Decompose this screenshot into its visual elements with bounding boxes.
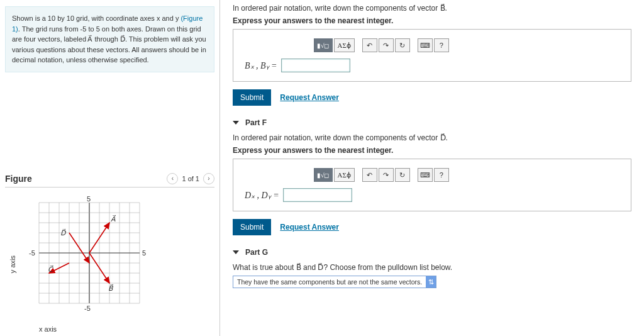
prev-figure-button[interactable]: ‹ [167, 173, 178, 184]
part-g-question: What is true about B⃗ and D⃗? Choose fro… [233, 263, 631, 272]
part-e-toolbar: ▮√◻ ΑΣϕ ↶ ↷ ↻ ⌨ ? [314, 38, 619, 52]
part-f-title: Part F [245, 118, 267, 127]
part-g-dropdown[interactable]: They have the same components but are no… [233, 276, 436, 288]
y-axis-label: y axis [9, 255, 16, 273]
tick-5-right: 5 [142, 249, 146, 257]
vector-d-label: D⃗ [60, 228, 67, 236]
redo-button[interactable]: ↷ [379, 168, 394, 182]
right-pane: In ordered pair notation, write down the… [220, 0, 644, 336]
dropdown-arrow-icon: ⇅ [426, 276, 436, 288]
tick-neg5-left: -5 [29, 249, 35, 257]
part-e-submit-button[interactable]: Submit [233, 89, 271, 106]
undo-button[interactable]: ↶ [362, 168, 377, 182]
part-e-request-answer-link[interactable]: Request Answer [280, 93, 339, 102]
part-e-question: In ordered pair notation, write down the… [233, 4, 631, 13]
part-f-toolbar: ▮√◻ ΑΣϕ ↶ ↷ ↻ ⌨ ? [314, 168, 619, 182]
tick-5-top: 5 [87, 196, 91, 203]
next-figure-button[interactable]: › [203, 173, 214, 184]
vector-b-label: B⃗ [108, 283, 114, 291]
part-f-submit-button[interactable]: Submit [233, 219, 271, 235]
keyboard-button[interactable]: ⌨ [418, 168, 433, 182]
part-f-answer-box: ▮√◻ ΑΣϕ ↶ ↷ ↻ ⌨ ? Dₓ , Dᵧ = [233, 159, 631, 211]
figure-pager: ‹ 1 of 1 › [167, 173, 214, 184]
part-e-var-label: Bₓ , Bᵧ = [245, 60, 277, 71]
part-g-header[interactable]: Part G [233, 248, 631, 257]
left-pane: Shown is a 10 by 10 grid, with coordinat… [0, 0, 220, 336]
tick-neg5-bottom: -5 [84, 305, 91, 312]
x-axis-label: x axis [39, 325, 146, 333]
undo-button[interactable]: ↶ [362, 38, 377, 52]
vector-a-label: A⃗ [111, 214, 116, 222]
part-g-selected-option: They have the same components but are no… [233, 276, 426, 288]
figure-header: Figure ‹ 1 of 1 › [5, 173, 214, 188]
part-f-header[interactable]: Part F [233, 118, 631, 127]
part-f-answer-input[interactable] [283, 188, 352, 202]
part-f-question: In ordered pair notation, write down the… [233, 133, 631, 142]
help-button[interactable]: ? [434, 168, 449, 182]
greek-button[interactable]: ΑΣϕ [334, 38, 355, 52]
figure-title: Figure [5, 174, 32, 184]
caret-down-icon [233, 121, 239, 125]
redo-button[interactable]: ↷ [379, 38, 394, 52]
help-button[interactable]: ? [434, 38, 449, 52]
templates-button[interactable]: ▮√◻ [314, 168, 333, 182]
part-f-instruction: Express your answers to the nearest inte… [233, 146, 631, 155]
keyboard-button[interactable]: ⌨ [418, 38, 433, 52]
templates-button[interactable]: ▮√◻ [314, 38, 333, 52]
intro-text-2: . The grid runs from -5 to 5 on both axe… [12, 25, 206, 64]
greek-button[interactable]: ΑΣϕ [334, 168, 355, 182]
reset-button[interactable]: ↻ [395, 168, 410, 182]
part-f-var-label: Dₓ , Dᵧ = [245, 190, 279, 201]
vector-c-label: C⃗ [48, 264, 53, 272]
reset-button[interactable]: ↻ [395, 38, 410, 52]
intro-text-1: Shown is a 10 by 10 grid, with coordinat… [12, 14, 179, 22]
problem-intro: Shown is a 10 by 10 grid, with coordinat… [5, 6, 214, 72]
part-e-answer-box: ▮√◻ ΑΣϕ ↶ ↷ ↻ ⌨ ? Bₓ , Bᵧ = [233, 29, 631, 82]
caret-down-icon [233, 250, 239, 254]
part-f-request-answer-link[interactable]: Request Answer [280, 223, 339, 232]
vector-grid-svg: 5 5 -5 -5 A⃗ B⃗ C⃗ [20, 196, 146, 322]
part-g-title: Part G [245, 248, 268, 257]
figure-graph: y axis 5 5 [5, 194, 214, 335]
part-e-instruction: Express your answers to the nearest inte… [233, 16, 631, 25]
part-e-answer-input[interactable] [281, 59, 350, 72]
pager-text: 1 of 1 [182, 175, 199, 182]
